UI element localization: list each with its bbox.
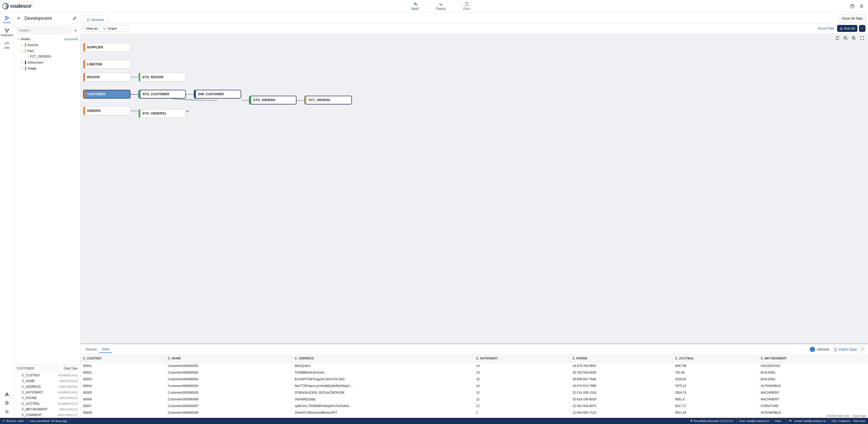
grid-cell: 60007 [81, 403, 165, 409]
graph-node-stg-orders[interactable]: STG_ORDERS [249, 96, 297, 104]
play-icon [840, 27, 843, 30]
grid-cell: Ed hbPtTXMTAsgGhCr4HuTzK,Md2 [292, 376, 473, 383]
grid-header-cell[interactable]: C_ADDRESS [292, 355, 473, 362]
column-row[interactable]: C_PHONEVARCHAR(15) [14, 395, 80, 401]
git-icon[interactable] [4, 400, 10, 406]
grid-header-cell[interactable]: C_CUSTKEY [81, 355, 165, 362]
add-node-icon[interactable]: ＋ [72, 28, 78, 33]
rail-nodes[interactable]: Nodes [0, 13, 14, 26]
rail-jobs[interactable]: Jobs [0, 39, 14, 51]
collapse-panel-icon[interactable] [859, 346, 865, 353]
column-row[interactable]: C_ADDRESSVARCHAR(40) [14, 384, 80, 390]
column-row[interactable]: C_CUSTKEYNUMBER(38,0) [14, 372, 80, 378]
refresh-icon[interactable] [835, 35, 840, 41]
tab-data[interactable]: Data [99, 346, 112, 353]
fullscreen-icon[interactable] [859, 35, 865, 41]
column-row[interactable]: C_COMMENTVARCHAR(117) [14, 412, 80, 418]
close-all-tabs-button[interactable]: Close All Tabs [839, 15, 865, 22]
grid-row[interactable]: 60005Customer#0000600051F3KM3ccEXEtI, B2… [81, 389, 868, 396]
tree-category-stage[interactable]: › Stage [16, 65, 79, 71]
graph-node-supplier[interactable]: SUPPLIER [83, 43, 130, 52]
tree-category-fact[interactable]: ⌄ Fact [16, 48, 79, 54]
column-row[interactable]: C_NATIONKEYNUMBER(38,0) [14, 390, 80, 395]
svg-point-19 [3, 422, 4, 422]
edit-icon[interactable] [72, 16, 77, 21]
show-filter-link[interactable]: Show Filter [818, 27, 835, 30]
graph-node-lineitem[interactable]: LINEITEM [83, 60, 130, 69]
expand-all-link[interactable]: Expand All [64, 38, 78, 41]
grid-row[interactable]: 60006Customer#0000600063isiXW651fa8p2232… [81, 396, 868, 403]
browser-tab[interactable]: Browser [83, 15, 107, 24]
svg-point-0 [3, 3, 8, 9]
branch-icon [3, 419, 5, 422]
grid-row[interactable]: 60003Customer#000060003Ed hbPtTXMTAsgGhC… [81, 376, 868, 383]
grid-row[interactable]: 60002Customer#000060002ThGBMjDwKzkoOxhz1… [81, 369, 868, 376]
nodes-section-header[interactable]: ⌄ Nodes Expand All [16, 36, 79, 42]
data-grid[interactable]: C_CUSTKEYC_NAMEC_ADDRESSC_NATIONKEYC_PHO… [81, 355, 868, 414]
search-input[interactable] [16, 27, 71, 34]
svg-point-2 [861, 5, 862, 6]
graph-canvas[interactable]: SUPPLIER LINEITEM REGION STG_REGION CUST… [81, 41, 868, 343]
user-icon[interactable] [859, 3, 864, 9]
zoom-in-icon[interactable] [851, 35, 857, 41]
graph-node-stg-customer[interactable]: STG_CUSTOMER [138, 90, 186, 99]
graph-node-customer[interactable]: CUSTOMER [83, 90, 130, 99]
problems-icon[interactable] [4, 391, 10, 397]
graph-node-region[interactable]: REGION [83, 73, 130, 81]
sb-branch[interactable]: Branch: main [0, 418, 27, 424]
grid-cell: 14 [473, 362, 570, 369]
grid-cell: 20-573-674-7999 [570, 383, 673, 389]
settings-icon[interactable] [4, 409, 10, 415]
back-icon[interactable] [16, 15, 22, 22]
topbar-tab-deploy[interactable]: Deploy [435, 1, 446, 11]
grid-cell: 22-491-919-9470 [570, 403, 673, 409]
grid-header-cell[interactable]: C_PHONE [570, 355, 673, 362]
grid-cell: 22 [473, 396, 570, 403]
refresh-icon [834, 347, 838, 352]
column-row[interactable]: C_NAMEVARCHAR(25) [14, 378, 80, 384]
grid-cell: HOUSEHOLD [758, 362, 868, 369]
graph-node-stg-region[interactable]: STG_REGION [138, 73, 186, 81]
column-row[interactable]: C_ACCTBALNUMBER(12,2) [14, 401, 80, 406]
fetch-data-button[interactable]: Fetch Data [834, 347, 857, 352]
run-all-button[interactable]: Run All [837, 25, 858, 32]
svg-point-12 [105, 28, 105, 28]
grid-cell: Customer#000060005 [165, 389, 292, 396]
tab-results[interactable]: Results [83, 346, 99, 353]
grid-row[interactable]: 60004Customer#000060004NivCT2RVaavI,yUnK… [81, 383, 868, 389]
zoom-out-icon[interactable] [843, 35, 848, 41]
graph-node-orders[interactable]: ORDERS [83, 106, 130, 115]
docs-icon [464, 2, 469, 6]
run-more-button[interactable]: ⋯ [859, 25, 865, 32]
snowflake-icon: ❄ [690, 419, 693, 423]
grid-header-cell[interactable]: C_ACCTBAL [672, 355, 758, 362]
graph-node-stg-orders1[interactable]: STG_ORDERS1 [138, 109, 186, 118]
chevron-right-icon: › [20, 43, 24, 47]
grid-cell: Customer#000060001 [165, 362, 292, 369]
svg-point-8 [6, 31, 7, 32]
grid-cell: BUILDING [758, 376, 868, 383]
grid-row[interactable]: 60007Customer#000060007sp6KJmx,TiSWbMPvh… [81, 403, 868, 409]
column-row[interactable]: C_MKTSEGMENTVARCHAR(10) [14, 406, 80, 412]
grid-row[interactable]: 60008Customer#0000600083VteHZYOfbqQioA96… [81, 409, 868, 414]
grid-header-cell[interactable]: C_NAME [165, 355, 292, 362]
grid-header-cell[interactable]: C_MKTSEGMENT [758, 355, 868, 362]
topbar-tab-docs[interactable]: Docs [462, 1, 471, 11]
graph-node-dim-customer[interactable]: DIM_CUSTOMER [194, 90, 241, 99]
tree-category-dimension[interactable]: › Dimension [16, 59, 79, 65]
tree-category-source[interactable]: › Source [16, 42, 79, 48]
grid-cell: NivCT2RVaavI,yUnKwBjDyMvB42WayX… [292, 383, 473, 389]
topbar-tab-build[interactable]: Build [410, 1, 420, 11]
wrench-icon [413, 2, 417, 6]
grid-row[interactable]: 60001Customer#0000600019li4zQn9cX1424-67… [81, 362, 868, 369]
sb-snowflake: ❄Snowflake Account: 11111111 [687, 418, 737, 424]
tree-leaf-fct-orders[interactable]: FCT_ORDERS [16, 54, 79, 59]
grid-cell: 2 [473, 409, 570, 414]
grid-header-cell[interactable]: C_NATIONKEY [473, 355, 570, 362]
help-icon[interactable] [849, 3, 855, 9]
graph-node-fct-orders[interactable]: FCT_ORDERS [305, 96, 352, 104]
viewas-label: View as [84, 25, 100, 32]
viewas-select[interactable]: Graph ⌄ [100, 25, 128, 32]
rail-subgraphs[interactable]: Subgraphs [0, 26, 14, 39]
subgraphs-icon [4, 28, 9, 33]
